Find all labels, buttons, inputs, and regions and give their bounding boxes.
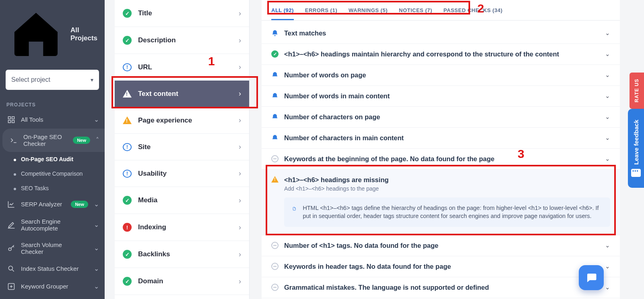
tab-label: ALL bbox=[271, 7, 282, 13]
notice-icon bbox=[271, 92, 279, 100]
check-num-h1[interactable]: Number of <h1> tags. No data found for t… bbox=[262, 235, 620, 256]
chart-icon bbox=[7, 200, 15, 208]
project-select[interactable]: Select project ▾ bbox=[6, 70, 99, 90]
info-icon: ! bbox=[123, 143, 132, 151]
category-label: Usability bbox=[138, 170, 232, 178]
pencil-icon bbox=[7, 221, 15, 229]
sidebar-item-all-tools[interactable]: All Tools ⌄ bbox=[0, 111, 105, 129]
tab-notices[interactable]: NOTICES (7) bbox=[399, 4, 432, 20]
tab-count: 34 bbox=[494, 7, 500, 13]
chevron-down-icon: ⌄ bbox=[94, 265, 99, 272]
svg-rect-3 bbox=[12, 120, 14, 123]
check-kw-begin[interactable]: Keywords at the beginning of the page. N… bbox=[262, 149, 620, 170]
category-label: Text content bbox=[138, 90, 232, 98]
chevron-right-icon: › bbox=[239, 143, 241, 151]
rate-us-rail[interactable]: RATE US bbox=[630, 73, 644, 109]
check-chars-main[interactable]: Number of characters in main content ⌄ bbox=[262, 128, 620, 149]
category-item-description[interactable]: ✓Description› bbox=[115, 27, 249, 54]
sidebar-label: SERP Analyzer bbox=[21, 201, 65, 208]
tab-all[interactable]: ALL (92) bbox=[271, 4, 294, 20]
tab-warnings[interactable]: WARNINGS (5) bbox=[349, 4, 388, 20]
project-select-placeholder: Select project bbox=[11, 76, 50, 83]
notice-icon bbox=[271, 29, 279, 37]
chevron-down-icon: ⌄ bbox=[605, 284, 610, 291]
chevron-down-icon: ⌄ bbox=[94, 200, 99, 208]
category-item-url[interactable]: !URL› bbox=[115, 54, 249, 81]
sidebar-item-keyword-grouper[interactable]: Keyword Grouper ⌄ bbox=[0, 278, 105, 295]
category-item-site[interactable]: !Site› bbox=[115, 134, 249, 160]
file-icon bbox=[292, 204, 296, 214]
category-item-title[interactable]: ✓Title› bbox=[115, 0, 249, 27]
home-icon bbox=[7, 6, 65, 63]
check-grammar[interactable]: Grammatical mistakes. The language is no… bbox=[262, 277, 620, 298]
check-chars-page[interactable]: Number of characters on page ⌄ bbox=[262, 107, 620, 128]
warning-icon bbox=[271, 176, 279, 183]
check-kw-headers[interactable]: Keywords in header tags. No data found f… bbox=[262, 256, 620, 277]
check-subtitle: Add <h1>–<h6> headings to the page bbox=[284, 185, 610, 192]
sidebar-item-index-status[interactable]: Index Status Checker ⌄ bbox=[0, 260, 105, 278]
chevron-down-icon: ⌄ bbox=[605, 242, 610, 249]
category-item-domain[interactable]: ✓Domain› bbox=[115, 268, 249, 295]
nav-all-projects[interactable]: All Projects bbox=[0, 0, 105, 67]
check-headings-missing[interactable]: <h1>–<h6> headings are missing Add <h1>–… bbox=[262, 170, 620, 235]
chevron-right-icon: › bbox=[239, 63, 241, 71]
sidebar-sub-competitive[interactable]: Competitive Comparison bbox=[0, 166, 105, 181]
chevron-down-icon: ⌄ bbox=[94, 244, 99, 252]
categories-panel: ✓Title›✓Description›!URL›Text content›Pa… bbox=[115, 0, 250, 299]
warning-icon bbox=[123, 116, 132, 124]
sidebar-sub-onpage-audit[interactable]: On-Page SEO Audit bbox=[0, 152, 105, 166]
check-title: <h1>–<h6> headings maintain hierarchy an… bbox=[284, 50, 599, 58]
chevron-down-icon: ⌄ bbox=[605, 263, 610, 270]
svg-rect-1 bbox=[12, 116, 14, 119]
check-headings-hierarchy[interactable]: ✓ <h1>–<h6> headings maintain hierarchy … bbox=[262, 44, 620, 65]
plus-square-icon bbox=[7, 282, 15, 291]
sidebar-sub-seo-tasks[interactable]: SEO Tasks bbox=[0, 181, 105, 195]
check-title: Number of words in main content bbox=[284, 92, 599, 100]
category-item-media[interactable]: ✓Media› bbox=[115, 187, 249, 214]
check-hint: HTML <h1>–<h6> tags define the hierarchy… bbox=[284, 197, 610, 227]
category-item-backlinks[interactable]: ✓Backlinks› bbox=[115, 241, 249, 268]
main-panel: ALL (92) ERRORS (1) WARNINGS (5) NOTICES… bbox=[262, 0, 620, 299]
svg-point-5 bbox=[8, 266, 12, 270]
chat-fab[interactable] bbox=[579, 265, 604, 290]
sidebar-item-serp-analyzer[interactable]: SERP Analyzer New ⌄ bbox=[0, 195, 105, 213]
pass-icon: ✓ bbox=[271, 50, 279, 58]
check-words-page[interactable]: Number of words on page ⌄ bbox=[262, 65, 620, 86]
tab-count: 92 bbox=[286, 7, 292, 13]
chevron-down-icon: ⌄ bbox=[605, 92, 610, 100]
check-words-main[interactable]: Number of words in main content ⌄ bbox=[262, 86, 620, 107]
category-label: Title bbox=[138, 9, 232, 17]
tab-label: PASSED CHECKS bbox=[444, 7, 491, 13]
tab-passed[interactable]: PASSED CHECKS (34) bbox=[444, 4, 503, 20]
category-item-pageexp[interactable]: Page experience› bbox=[115, 107, 249, 134]
feedback-rail[interactable]: Leave feedback bbox=[628, 109, 644, 188]
check-title: Keywords in header tags. No data found f… bbox=[284, 263, 599, 270]
chevron-down-icon: ⌄ bbox=[605, 155, 610, 162]
error-icon: ! bbox=[123, 223, 132, 232]
sidebar-label: Search Volume Checker bbox=[21, 241, 69, 255]
sidebar: All Projects Select project ▾ PROJECTS A… bbox=[0, 0, 105, 299]
sidebar-item-onpage-seo-checker[interactable]: On-Page SEO Checker New ˄ bbox=[2, 129, 105, 152]
category-item-text[interactable]: Text content› bbox=[115, 81, 249, 107]
check-icon: ✓ bbox=[123, 36, 132, 45]
sidebar-heading-projects: PROJECTS bbox=[0, 98, 105, 111]
checks-list: Text matches ⌄ ✓ <h1>–<h6> headings main… bbox=[262, 21, 620, 299]
category-item-usability[interactable]: !Usability› bbox=[115, 160, 249, 187]
chevron-down-icon: ⌄ bbox=[605, 113, 610, 120]
notice-icon bbox=[271, 134, 279, 141]
check-text-matches[interactable]: Text matches ⌄ bbox=[262, 23, 620, 44]
chevron-right-icon: › bbox=[239, 196, 241, 205]
nav-all-projects-label: All Projects bbox=[70, 26, 97, 42]
chat-bubble-icon bbox=[631, 169, 641, 177]
tab-errors[interactable]: ERRORS (1) bbox=[305, 4, 337, 20]
svg-rect-0 bbox=[8, 116, 11, 119]
chat-icon bbox=[585, 272, 597, 284]
chevron-down-icon: ⌄ bbox=[94, 221, 99, 228]
sidebar-item-autocomplete[interactable]: Search Engine Autocomplete ⌄ bbox=[0, 213, 105, 237]
sidebar-item-volume-checker[interactable]: Search Volume Checker ⌄ bbox=[0, 237, 105, 260]
check-icon: ✓ bbox=[123, 277, 132, 286]
tabs: ALL (92) ERRORS (1) WARNINGS (5) NOTICES… bbox=[262, 0, 620, 21]
tab-label: ERRORS bbox=[305, 7, 329, 13]
category-item-indexing[interactable]: !Indexing› bbox=[115, 214, 249, 241]
sidebar-item-lead-generator[interactable]: Lead Generator ⌄ bbox=[0, 295, 105, 299]
